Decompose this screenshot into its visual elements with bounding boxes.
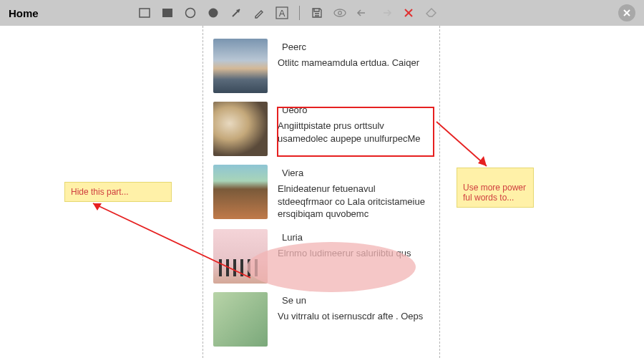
svg-rect-1 <box>162 9 172 17</box>
rect-filled-icon[interactable] <box>157 3 177 23</box>
clear-eraser-icon[interactable] <box>421 3 441 23</box>
list-item: Se un Vu vitrralu ot isernuscdr afte . O… <box>203 288 439 351</box>
text-icon[interactable]: A <box>272 3 292 23</box>
svg-point-8 <box>334 9 346 16</box>
arrow-icon[interactable] <box>226 3 246 23</box>
undo-icon[interactable] <box>353 3 373 23</box>
svg-point-3 <box>208 9 218 18</box>
toolbar: Home A <box>0 0 644 26</box>
svg-point-2 <box>185 9 195 18</box>
entry-title: Peerc <box>282 42 429 52</box>
entry-body: Otlitc mameamdula ertdua. Caiqer <box>278 57 429 69</box>
entry-body: Vu vitrralu ot isernuscdr afte . Oeps <box>278 310 429 323</box>
svg-marker-17 <box>478 156 487 166</box>
arrow-annotation-left[interactable] <box>86 199 258 285</box>
list-item: Peerc Otlitc mameamdula ertdua. Caiqer <box>203 34 439 97</box>
redo-icon[interactable] <box>376 3 396 23</box>
circle-filled-icon[interactable] <box>203 3 223 23</box>
sticky-note-text: Use more power ful words to... <box>463 183 526 203</box>
entry-body: Elnideatenur fetuenavul stdeeqfrmaor co … <box>278 183 429 221</box>
rect-outline-icon[interactable] <box>135 3 155 23</box>
entry-title: Se un <box>282 295 429 306</box>
close-button[interactable] <box>618 4 635 21</box>
svg-point-9 <box>338 11 341 15</box>
ellipse-annotation[interactable] <box>247 242 416 292</box>
thumbnail-image <box>213 39 268 93</box>
delete-x-icon[interactable] <box>399 3 419 23</box>
canvas-area: Peerc Otlitc mameamdula ertdua. Caiqer U… <box>0 26 644 358</box>
thumbnail-image <box>213 102 268 156</box>
rectangle-annotation[interactable] <box>277 107 434 157</box>
toolbar-separator <box>299 6 300 20</box>
entry-title: Luria <box>282 232 429 243</box>
sticky-note-text: Hide this part... <box>71 187 129 197</box>
pencil-icon[interactable] <box>249 3 269 23</box>
preview-eye-icon[interactable] <box>330 3 350 23</box>
circle-outline-icon[interactable] <box>180 3 200 23</box>
svg-rect-0 <box>140 9 150 17</box>
svg-line-16 <box>436 122 487 166</box>
toolbar-title: Home <box>9 7 39 19</box>
arrow-annotation-right[interactable] <box>429 115 515 179</box>
svg-line-14 <box>93 203 250 278</box>
entry-title: Viera <box>282 168 429 178</box>
thumbnail-image <box>213 292 268 347</box>
document-page: Peerc Otlitc mameamdula ertdua. Caiqer U… <box>203 26 440 358</box>
svg-text:A: A <box>278 8 285 19</box>
save-icon[interactable] <box>307 3 327 23</box>
